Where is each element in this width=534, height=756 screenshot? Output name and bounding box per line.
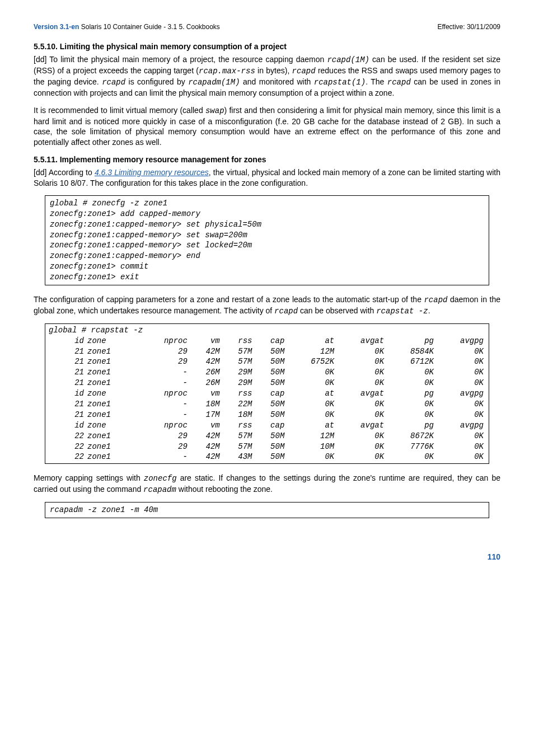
- table-cell: 50M: [254, 431, 287, 442]
- table-cell: 22: [49, 442, 86, 452]
- table-cell: 21: [49, 356, 86, 367]
- text: is configured by: [125, 77, 188, 86]
- code-rcapadm: rcapadm: [143, 485, 176, 494]
- table-cell: zone1: [86, 356, 139, 367]
- table-cell: zone1: [86, 410, 139, 420]
- code-rcapd: rcapd: [102, 78, 125, 87]
- table-row: idzonenprocvmrsscapatavgatpgavgpg: [49, 388, 485, 399]
- table-row: 21zone1-26M29M50M0K0K0K0K: [49, 367, 485, 378]
- sec2-para1: [dd] According to 4.6.3 Limiting memory …: [34, 167, 500, 189]
- table-cell: -: [139, 367, 189, 378]
- table-cell: 8672K: [386, 431, 435, 442]
- table-row: idzonenprocvmrsscapatavgatpgavgpg: [49, 420, 485, 431]
- table-cell: vm: [189, 336, 222, 346]
- table-cell: 0K: [435, 442, 485, 452]
- table-cell: zone1: [86, 378, 139, 388]
- code-rcapd: rcapd: [292, 67, 316, 76]
- table-cell: -: [139, 378, 189, 388]
- sec1-para2: It is recommended to limit virtual memor…: [34, 105, 500, 148]
- text: It is recommended to limit virtual memor…: [34, 106, 205, 115]
- table-cell: 57M: [222, 346, 254, 357]
- table-cell: 22: [49, 431, 86, 442]
- text: The configuration of capping parameters …: [34, 295, 424, 304]
- header-version: Version 3.1-en: [34, 23, 79, 31]
- table-cell: avgat: [336, 336, 386, 346]
- section-5511-title: 5.5.11. Implementing memory resource man…: [34, 154, 500, 165]
- header-mid: Solaris 10 Container Guide - 3.1 5. Cook…: [79, 23, 219, 31]
- table-cell: 29M: [222, 378, 254, 388]
- table-cell: -: [139, 410, 189, 420]
- table-cell: 22M: [222, 399, 254, 410]
- table-cell: zone1: [86, 431, 139, 442]
- table-cell: 50M: [254, 399, 287, 410]
- table-cell: nproc: [139, 420, 189, 431]
- code-zonecfg: zonecfg: [144, 474, 177, 483]
- link-463[interactable]: 4.6.3 Limiting memory resources: [95, 168, 209, 177]
- table-row: 21zone1-17M18M50M0K0K0K0K: [49, 410, 485, 420]
- code-rcapd: rcapd: [424, 295, 447, 304]
- table-cell: zone1: [86, 442, 139, 452]
- rcapstat-output: global # rcapstat -z idzonenprocvmrsscap…: [45, 323, 489, 464]
- table-cell: pg: [386, 336, 435, 346]
- table-row: 22zone1-42M43M50M0K0K0K0K: [49, 452, 485, 462]
- table-cell: 42M: [189, 356, 222, 367]
- table-cell: zone1: [86, 346, 139, 357]
- table-cell: 21: [49, 410, 86, 420]
- table-cell: 43M: [222, 452, 254, 462]
- rcapstat-cmd: global # rcapstat -z: [49, 325, 485, 336]
- code-block-rcapadm: rcapadm -z zone1 -m 40m: [45, 502, 489, 518]
- table-cell: 50M: [254, 410, 287, 420]
- table-cell: rss: [222, 388, 254, 399]
- table-cell: pg: [386, 388, 435, 399]
- table-cell: 18M: [222, 410, 254, 420]
- table-cell: 8584K: [386, 346, 435, 357]
- table-cell: 0K: [435, 378, 485, 388]
- table-cell: 21: [49, 378, 86, 388]
- table-cell: 0K: [286, 367, 336, 378]
- table-cell: avgat: [336, 388, 386, 399]
- table-cell: at: [286, 420, 336, 431]
- table-cell: nproc: [139, 388, 189, 399]
- table-cell: cap: [254, 420, 287, 431]
- code-rcapstatz: rcapstat -z: [376, 307, 428, 316]
- table-cell: 0K: [336, 399, 386, 410]
- table-row: idzonenprocvmrsscapatavgatpgavgpg: [49, 336, 485, 346]
- sec1-para1: [dd] To limit the physical main memory o…: [34, 54, 500, 98]
- table-row: 21zone12942M57M50M12M0K8584K0K: [49, 346, 485, 357]
- table-row: 22zone12942M57M50M12M0K8672K0K: [49, 431, 485, 442]
- table-cell: 0K: [386, 399, 435, 410]
- code-swap: swap: [205, 106, 224, 115]
- text: Memory capping settings with: [34, 473, 144, 482]
- text: and monitored with: [240, 77, 314, 86]
- table-cell: pg: [386, 420, 435, 431]
- code-block-zonecfg: global # zonecfg -z zone1 zonecfg:zone1>…: [45, 195, 489, 285]
- table-cell: 6712K: [386, 356, 435, 367]
- table-cell: 17M: [189, 410, 222, 420]
- table-cell: zone: [86, 420, 139, 431]
- table-cell: 0K: [336, 367, 386, 378]
- table-cell: 0K: [336, 452, 386, 462]
- table-cell: 0K: [435, 356, 485, 367]
- code-rcapstat1: rcapstat(1): [314, 78, 366, 87]
- table-cell: avgpg: [435, 420, 485, 431]
- table-cell: 7776K: [386, 442, 435, 452]
- table-cell: 50M: [254, 378, 287, 388]
- table-cell: zone: [86, 336, 139, 346]
- table-row: 22zone12942M57M50M10M0K7776K0K: [49, 442, 485, 452]
- text: can be observed with: [298, 306, 376, 315]
- mid-para: The configuration of capping parameters …: [34, 294, 500, 317]
- table-cell: 0K: [336, 346, 386, 357]
- table-row: 21zone1-18M22M50M0K0K0K0K: [49, 399, 485, 410]
- text: [dd] To limit the physical main memory o…: [34, 55, 327, 64]
- code-rcapd1m: rcapd(1M): [327, 55, 369, 64]
- rcapstat-table: idzonenprocvmrsscapatavgatpgavgpg21zone1…: [49, 336, 485, 463]
- table-cell: 10M: [286, 442, 336, 452]
- code-rcapmax: rcap.max-rss: [199, 67, 255, 76]
- table-cell: avgpg: [435, 336, 485, 346]
- table-row: 21zone12942M57M50M6752K0K6712K0K: [49, 356, 485, 367]
- table-cell: 22: [49, 452, 86, 462]
- table-cell: rss: [222, 420, 254, 431]
- table-cell: zone1: [86, 452, 139, 462]
- table-cell: 0K: [286, 399, 336, 410]
- code-rcapd: rcapd: [274, 307, 298, 316]
